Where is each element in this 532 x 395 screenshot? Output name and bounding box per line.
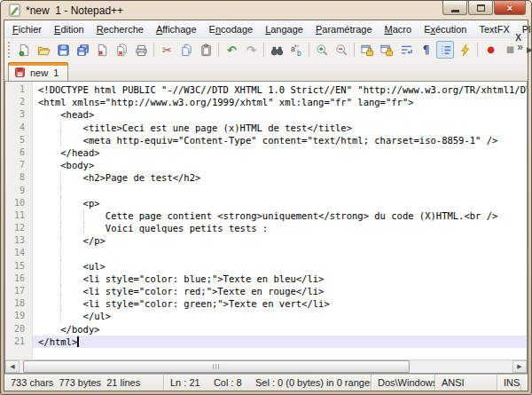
code-line-4[interactable]: <title>Ceci est une page (x)HTML de test… (33, 122, 527, 134)
tab-new-1[interactable]: new 1 (8, 62, 68, 81)
code-line-11[interactable]: Cette page contient <strong>uniquement</… (33, 209, 527, 222)
menu-macro[interactable]: Macro (379, 21, 419, 37)
code-line-10[interactable]: <p> (33, 197, 527, 209)
copy-button[interactable] (177, 41, 195, 59)
line-number: 18 (5, 297, 32, 310)
sync-horizontal-button[interactable] (378, 41, 395, 59)
toolbar-separator (218, 43, 219, 57)
macro-record-button[interactable]: ● (481, 41, 499, 59)
scrollbar-thumb[interactable] (23, 360, 410, 373)
minimize-button[interactable] (442, 1, 467, 15)
code-line-12[interactable]: Voici quelques petits tests : (33, 222, 527, 234)
maximize-button[interactable] (468, 1, 493, 15)
word-wrap-icon (400, 43, 413, 57)
code-line-1[interactable]: <!DOCTYPE html PUBLIC "-//W3C//DTD XHTML… (33, 83, 527, 96)
maximize-icon (477, 4, 485, 12)
line-number: 1 (5, 83, 32, 96)
code-line-7[interactable]: <body> (33, 159, 527, 171)
menu-langage[interactable]: Langage (259, 21, 309, 37)
line-number: 12 (5, 222, 32, 234)
menu-fichier[interactable]: Fichier (6, 21, 48, 37)
toolbar-grip[interactable] (8, 42, 10, 58)
code-line-20[interactable]: </body> (33, 323, 527, 336)
resize-grip[interactable] (520, 378, 521, 391)
status-insert-mode: INS (497, 375, 528, 391)
code-line-2[interactable]: <html xmlns="http://www.w3.org/1999/xhtm… (33, 96, 527, 108)
status-bar: 733 chars 773 bytes 21 lines Ln : 21 Col… (4, 374, 528, 391)
menubar-items: FichierEditionRechercheAffichageEncodage… (6, 21, 532, 37)
zoom-in-button[interactable] (313, 41, 331, 59)
status-cursor-position: Ln : 21 Col : 8 Sel : 0 (0 bytes) in 0 r… (164, 375, 372, 391)
new-file-button[interactable] (15, 41, 33, 59)
scrollbar-track[interactable] (20, 360, 512, 373)
indent-guide (83, 222, 84, 234)
paste-button[interactable] (197, 41, 215, 59)
menu-parametrage[interactable]: Paramétrage (309, 21, 379, 37)
indent-guide (60, 297, 61, 310)
copy-icon (180, 43, 193, 57)
menu-recherche[interactable]: Recherche (90, 21, 150, 37)
code-text: <p> (38, 198, 100, 209)
indent-guide-button[interactable] (436, 41, 454, 59)
indent-guide (60, 310, 61, 322)
code-text: <li style="color: red;">Texte en rouge</… (38, 286, 324, 296)
code-line-16[interactable]: <li style="color: blue;">Texte en bleu</… (33, 273, 527, 285)
redo-button[interactable]: ↷ (242, 41, 260, 59)
status-encoding: ANSI (435, 375, 497, 391)
code-line-19[interactable]: </ul> (33, 310, 527, 322)
menu-affichage[interactable]: Affichage (150, 21, 203, 37)
line-number: 17 (5, 285, 32, 297)
close-file-button[interactable] (93, 41, 111, 59)
indent-guide (60, 285, 61, 297)
undo-button[interactable]: ↶ (223, 41, 240, 59)
find-button[interactable] (268, 41, 286, 59)
close-button[interactable]: × (494, 1, 526, 15)
word-wrap-button[interactable] (397, 41, 415, 59)
code-line-8[interactable]: <h2>Page de test</h2> (33, 171, 527, 184)
line-number: 7 (5, 159, 32, 171)
zoom-out-button[interactable] (332, 41, 350, 59)
user-lang-button[interactable] (456, 41, 473, 59)
save-all-button[interactable] (74, 41, 91, 59)
code-line-15[interactable]: <ul> (33, 260, 527, 273)
toolbar-separator (354, 43, 355, 57)
save-all-icon (76, 43, 90, 57)
code-text: <title>Ceci est une page (x)HTML de test… (38, 122, 352, 133)
title-bar[interactable]: *new 1 - Notepad++ × (4, 1, 528, 20)
code-line-18[interactable]: <li style="color: green;">Texte en vert<… (33, 297, 527, 310)
code-area[interactable]: <!DOCTYPE html PUBLIC "-//W3C//DTD XHTML… (33, 82, 527, 359)
code-line-6[interactable]: </head> (33, 146, 527, 159)
sync-vertical-button[interactable] (358, 41, 376, 59)
code-line-5[interactable]: <meta http-equiv="Content-Type" content=… (33, 134, 527, 146)
menu-encodage[interactable]: Encodage (203, 21, 260, 37)
scroll-left-arrow[interactable]: ◀ (5, 360, 20, 373)
code-text: Voici quelques petits tests : (38, 223, 268, 233)
code-line-14[interactable] (33, 247, 527, 259)
zoom-out-icon (335, 43, 348, 57)
close-all-button[interactable] (113, 41, 130, 59)
replace-button[interactable] (287, 41, 305, 59)
code-line-21[interactable]: </html> (33, 336, 527, 348)
undo-icon: ↶ (227, 44, 236, 56)
code-line-9[interactable] (33, 185, 527, 197)
open-file-button[interactable] (35, 41, 52, 59)
macro-stop-button[interactable]: ■ (501, 41, 519, 59)
print-button[interactable] (132, 41, 150, 59)
indent-guide (60, 260, 61, 273)
replace-icon (290, 43, 303, 57)
scroll-right-arrow[interactable]: ▶ (512, 360, 527, 373)
menu-edition[interactable]: Edition (48, 21, 90, 37)
show-all-chars-icon: ¶ (423, 44, 429, 55)
cut-button[interactable]: ✂ (158, 41, 176, 59)
save-button[interactable] (54, 41, 72, 59)
show-all-chars-button[interactable]: ¶ (417, 41, 434, 59)
code-line-3[interactable]: <head> (33, 108, 527, 121)
menu-execution[interactable]: Exécution (418, 21, 473, 37)
minimize-icon (451, 10, 459, 12)
code-text: </body> (38, 324, 100, 335)
menu-textfx[interactable]: TextFX (473, 21, 515, 37)
menubar-close-x[interactable]: X (515, 34, 521, 43)
code-line-13[interactable]: </p> (33, 234, 527, 247)
code-line-17[interactable]: <li style="color: red;">Texte en rouge</… (33, 285, 527, 297)
toolbar-overflow-chevron[interactable]: » (517, 41, 523, 53)
